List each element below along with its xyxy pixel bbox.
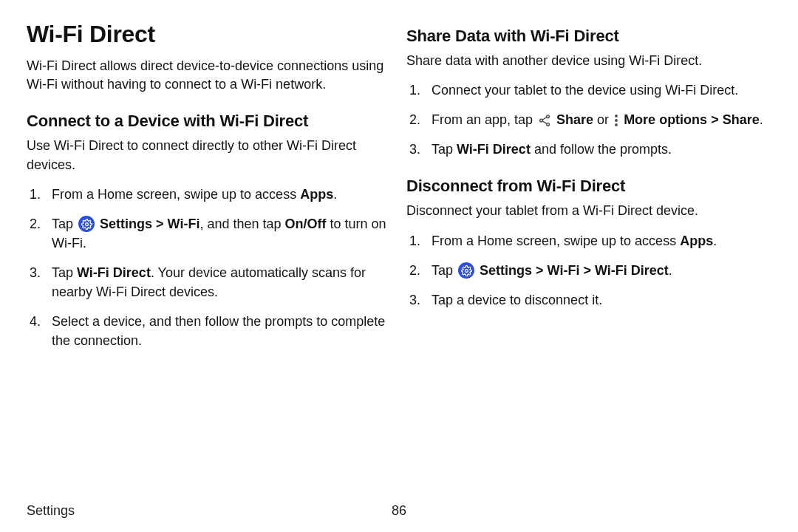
step-text: From a Home screen, swipe up to access	[52, 187, 300, 202]
more-options-icon	[614, 114, 618, 127]
svg-point-8	[615, 123, 618, 126]
list-item: From an app, tap Share or More options >…	[406, 110, 771, 129]
list-item: Tap Settings > Wi-Fi, and then tap On/Of…	[27, 214, 392, 253]
connect-steps: From a Home screen, swipe up to access A…	[27, 185, 392, 351]
bold-share2: Share	[723, 112, 760, 127]
chevron: >	[532, 263, 548, 278]
left-column: Wi-Fi Direct Wi-Fi Direct allows direct …	[27, 21, 392, 473]
bold-more-options: More options	[620, 112, 707, 127]
bold-wifi-direct: Wi-Fi Direct	[457, 142, 531, 157]
step-text: and follow the prompts.	[531, 142, 672, 157]
svg-point-3	[547, 123, 550, 126]
settings-icon	[458, 262, 474, 279]
step-text: Tap a device to disconnect it.	[432, 293, 602, 307]
step-text: Tap	[432, 263, 457, 278]
bold-settings: Settings	[476, 263, 532, 278]
bold-apps: Apps	[300, 187, 333, 202]
svg-line-4	[542, 117, 547, 119]
heading-disconnect: Disconnect from Wi-Fi Direct	[406, 177, 771, 196]
page-content: Wi-Fi Direct Wi-Fi Direct allows direct …	[0, 0, 798, 488]
list-item: Tap Wi-Fi Direct and follow the prompts.	[406, 140, 771, 159]
bold-wifi: Wi-Fi	[548, 263, 580, 278]
list-item: Tap a device to disconnect it.	[406, 290, 771, 310]
disconnect-steps: From a Home screen, swipe up to access A…	[406, 231, 771, 310]
step-text: Tap	[52, 265, 77, 280]
disconnect-lead: Disconnect your tablet from a Wi-Fi Dire…	[406, 202, 771, 220]
bold-share: Share	[553, 112, 593, 127]
chevron: >	[152, 216, 168, 231]
settings-icon	[78, 216, 95, 232]
chevron: >	[579, 263, 595, 278]
share-steps: Connect your tablet to the device using …	[406, 81, 771, 159]
step-text: .	[760, 112, 763, 127]
svg-point-7	[615, 119, 618, 122]
bold-wifi-direct: Wi-Fi Direct	[595, 263, 669, 278]
page-footer: Settings 86	[0, 503, 798, 519]
connect-lead: Use Wi-Fi Direct to connect directly to …	[27, 137, 392, 174]
heading-wifi-direct: Wi-Fi Direct	[27, 21, 392, 48]
step-text: , and then tap	[200, 216, 284, 231]
share-lead: Share data with another device using Wi-…	[406, 52, 771, 70]
svg-line-5	[542, 121, 547, 123]
list-item: Select a device, and then follow the pro…	[27, 312, 392, 350]
step-text: .	[669, 263, 672, 278]
list-item: Tap Wi-Fi Direct. Your device automatica…	[27, 263, 392, 301]
svg-point-0	[85, 222, 88, 225]
share-icon	[538, 114, 551, 127]
step-text: Tap	[432, 142, 457, 157]
step-text: Select a device, and then follow the pro…	[52, 314, 385, 348]
step-text: From an app, tap	[432, 112, 536, 127]
step-text: .	[713, 233, 717, 248]
list-item: From a Home screen, swipe up to access A…	[406, 231, 771, 250]
heading-connect: Connect to a Device with Wi-Fi Direct	[27, 112, 392, 131]
list-item: From a Home screen, swipe up to access A…	[27, 185, 392, 204]
chevron: >	[707, 112, 723, 127]
footer-page-number: 86	[392, 503, 406, 519]
bold-wifi-direct: Wi-Fi Direct	[77, 265, 151, 280]
svg-point-9	[465, 269, 468, 272]
bold-onoff: On/Off	[284, 216, 326, 231]
step-text: From a Home screen, swipe up to access	[432, 233, 680, 248]
step-text: .	[333, 187, 337, 202]
bold-settings: Settings	[96, 216, 152, 231]
bold-wifi: Wi-Fi	[168, 216, 200, 231]
list-item: Tap Settings > Wi-Fi > Wi-Fi Direct.	[406, 261, 771, 280]
list-item: Connect your tablet to the device using …	[406, 81, 771, 100]
heading-share: Share Data with Wi-Fi Direct	[406, 27, 771, 46]
step-text: Tap	[52, 216, 77, 231]
svg-point-2	[540, 119, 543, 122]
step-text: or	[593, 112, 613, 127]
svg-point-1	[547, 115, 550, 117]
intro-paragraph: Wi-Fi Direct allows direct device-to-dev…	[27, 57, 392, 94]
step-text: Connect your tablet to the device using …	[432, 83, 738, 98]
right-column: Share Data with Wi-Fi Direct Share data …	[406, 21, 771, 473]
bold-apps: Apps	[680, 233, 713, 248]
svg-point-6	[615, 115, 618, 117]
